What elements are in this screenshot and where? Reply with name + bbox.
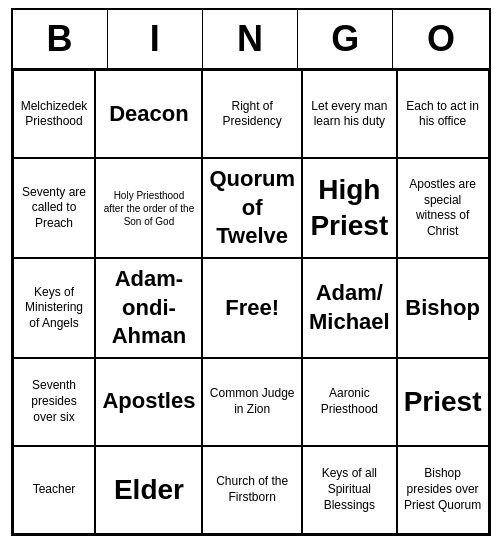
bingo-cell-15: Seventh presides over six xyxy=(13,358,96,446)
bingo-cell-9: Apostles are special witness of Christ xyxy=(397,158,489,258)
bingo-cell-10: Keys of Ministering of Angels xyxy=(13,258,96,358)
header-letter-I: I xyxy=(108,10,203,68)
bingo-cell-2: Right of Presidency xyxy=(202,70,302,158)
bingo-cell-24: Bishop presides over Priest Quorum xyxy=(397,446,489,534)
bingo-cell-17: Common Judge in Zion xyxy=(202,358,302,446)
bingo-cell-0: Melchizedek Priesthood xyxy=(13,70,96,158)
bingo-cell-4: Each to act in his office xyxy=(397,70,489,158)
bingo-cell-1: Deacon xyxy=(95,70,202,158)
bingo-cell-11: Adam-ondi-Ahman xyxy=(95,258,202,358)
bingo-cell-16: Apostles xyxy=(95,358,202,446)
header-letter-O: O xyxy=(393,10,488,68)
bingo-cell-6: Holy Priesthood after the order of the S… xyxy=(95,158,202,258)
bingo-cell-21: Elder xyxy=(95,446,202,534)
bingo-header: BINGO xyxy=(13,10,489,70)
bingo-cell-20: Teacher xyxy=(13,446,96,534)
header-letter-N: N xyxy=(203,10,298,68)
bingo-cell-22: Church of the Firstborn xyxy=(202,446,302,534)
bingo-cell-5: Seventy are called to Preach xyxy=(13,158,96,258)
bingo-cell-23: Keys of all Spiritual Blessings xyxy=(302,446,397,534)
bingo-cell-13: Adam/ Michael xyxy=(302,258,397,358)
bingo-grid: Melchizedek PriesthoodDeaconRight of Pre… xyxy=(13,70,489,534)
bingo-cell-7: Quorum of Twelve xyxy=(202,158,302,258)
bingo-cell-8: High Priest xyxy=(302,158,397,258)
header-letter-B: B xyxy=(13,10,108,68)
header-letter-G: G xyxy=(298,10,393,68)
bingo-cell-3: Let every man learn his duty xyxy=(302,70,397,158)
bingo-card: BINGO Melchizedek PriesthoodDeaconRight … xyxy=(11,8,491,536)
bingo-cell-19: Priest xyxy=(397,358,489,446)
bingo-cell-18: Aaronic Priesthood xyxy=(302,358,397,446)
bingo-cell-12: Free! xyxy=(202,258,302,358)
bingo-cell-14: Bishop xyxy=(397,258,489,358)
